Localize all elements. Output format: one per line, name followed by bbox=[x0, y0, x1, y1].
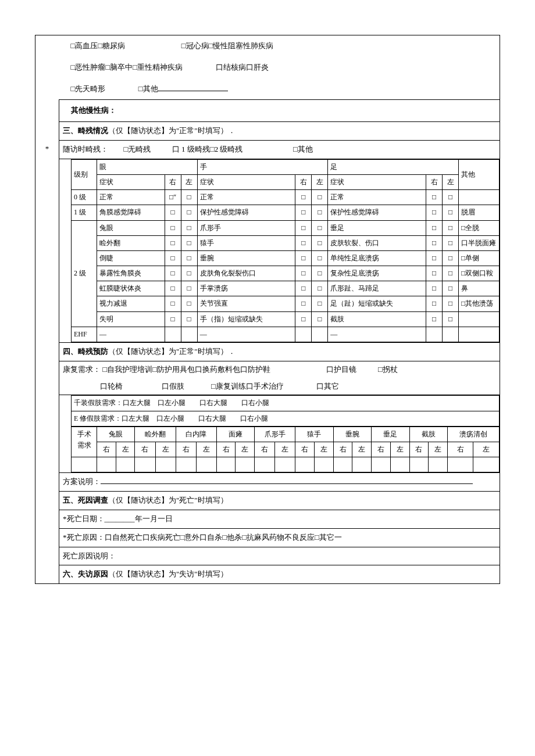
hand-l-cb[interactable]: □ bbox=[312, 281, 328, 296]
eye-r-cb[interactable]: □ bbox=[165, 311, 181, 327]
eye-l-cb[interactable]: □ bbox=[181, 205, 197, 220]
surg-l[interactable]: 左 bbox=[352, 442, 372, 457]
foot-l-cb[interactable]: □ bbox=[443, 266, 459, 281]
other-cell[interactable]: 鼻 bbox=[459, 281, 500, 296]
hand-l-cb[interactable]: □ bbox=[312, 220, 328, 235]
visit-none[interactable]: □无畸残 bbox=[124, 145, 151, 153]
hand-l-cb[interactable]: □ bbox=[312, 250, 328, 266]
surg-cell[interactable] bbox=[196, 457, 216, 472]
surg-cell[interactable] bbox=[333, 457, 352, 472]
surg-l[interactable]: 左 bbox=[155, 442, 176, 457]
surg-cell[interactable] bbox=[236, 457, 255, 472]
surg-cell[interactable] bbox=[116, 457, 135, 472]
surg-cell[interactable] bbox=[314, 457, 333, 472]
eye-r-cb[interactable]: □ bbox=[165, 296, 181, 311]
eye-r-cb[interactable]: □″ bbox=[165, 190, 181, 205]
foot-r-cb[interactable]: □ bbox=[426, 281, 443, 296]
eye-l-cb[interactable]: □ bbox=[181, 190, 197, 205]
surg-cell[interactable] bbox=[135, 457, 155, 472]
hand-r-cb[interactable]: □ bbox=[295, 205, 312, 220]
foot-r-cb[interactable]: □ bbox=[426, 190, 443, 205]
hand-r-cb[interactable]: □ bbox=[295, 220, 312, 235]
surg-cell[interactable] bbox=[390, 457, 409, 472]
foot-l-cb[interactable]: □ bbox=[443, 190, 459, 205]
foot-l-cb[interactable]: □ bbox=[443, 235, 459, 250]
hand-l-cb[interactable]: □ bbox=[312, 266, 328, 281]
surg-cell[interactable] bbox=[216, 457, 236, 472]
surg-l[interactable]: 左 bbox=[275, 442, 295, 457]
prosth-install[interactable]: 千装假肢需求：口左大腿 口左小腿 口右大腿 口右小腿 bbox=[72, 396, 500, 411]
surg-cell[interactable] bbox=[409, 457, 429, 472]
surg-r[interactable]: 右 bbox=[333, 442, 352, 457]
eye-l-cb[interactable]: □ bbox=[181, 311, 197, 327]
surg-l[interactable]: 左 bbox=[473, 442, 500, 457]
eye-r-cb[interactable]: □ bbox=[165, 220, 181, 235]
other-cell[interactable]: □单侧 bbox=[459, 250, 500, 266]
surg-r[interactable]: 右 bbox=[97, 442, 116, 457]
eye-l-cb[interactable]: □ bbox=[181, 266, 197, 281]
foot-r-cb[interactable]: □ bbox=[426, 311, 443, 327]
foot-l-cb[interactable]: □ bbox=[443, 205, 459, 220]
surg-cell[interactable] bbox=[448, 457, 473, 472]
surg-r[interactable]: 右 bbox=[135, 442, 155, 457]
eye-r-cb[interactable]: □ bbox=[165, 205, 181, 220]
hand-r-cb[interactable]: □ bbox=[295, 250, 312, 266]
foot-r-cb[interactable]: □ bbox=[426, 235, 443, 250]
eye-l-cb[interactable]: □ bbox=[181, 296, 197, 311]
surg-r[interactable]: 右 bbox=[176, 442, 196, 457]
surg-cell[interactable] bbox=[295, 457, 315, 472]
other-cell[interactable]: □全脱 bbox=[459, 220, 500, 235]
surg-cell[interactable] bbox=[429, 457, 448, 472]
surg-r[interactable]: 右 bbox=[295, 442, 315, 457]
visit-l1[interactable]: 口 1 级畸残□2 级畸残 bbox=[172, 145, 243, 153]
need-goggles[interactable]: 口护目镜 bbox=[326, 365, 356, 374]
other-cell[interactable]: □双侧口鞍 bbox=[459, 266, 500, 281]
eye-r-cb[interactable]: □ bbox=[165, 235, 181, 250]
other-cell[interactable] bbox=[459, 311, 500, 327]
need-crutch[interactable]: □拐杖 bbox=[378, 365, 398, 374]
foot-r-cb[interactable]: □ bbox=[426, 250, 443, 266]
surg-cell[interactable] bbox=[473, 457, 500, 472]
surg-l[interactable]: 左 bbox=[390, 442, 409, 457]
surg-r[interactable]: 右 bbox=[216, 442, 236, 457]
foot-l-cb[interactable]: □ bbox=[443, 311, 459, 327]
hand-r-cb[interactable]: □ bbox=[295, 311, 312, 327]
surg-l[interactable]: 左 bbox=[236, 442, 255, 457]
eye-l-cb[interactable]: □ bbox=[181, 250, 197, 266]
surg-cell[interactable] bbox=[352, 457, 372, 472]
hand-r-cb[interactable]: □ bbox=[295, 235, 312, 250]
need-wheelchair[interactable]: 口轮椅 bbox=[100, 382, 123, 390]
eye-l-cb[interactable]: □ bbox=[181, 235, 197, 250]
eye-l-cb[interactable]: □ bbox=[181, 281, 197, 296]
eye-r-cb[interactable]: □ bbox=[165, 266, 181, 281]
hand-r-cb[interactable]: □ bbox=[295, 281, 312, 296]
foot-r-cb[interactable]: □ bbox=[426, 220, 443, 235]
hand-l-cb[interactable]: □ bbox=[312, 205, 328, 220]
death-cause[interactable]: *死亡原因：口自然死亡口疾病死亡□意外口自杀□他杀□抗麻风药物不良反应□其它一 bbox=[59, 528, 500, 547]
surg-cell[interactable] bbox=[176, 457, 196, 472]
eye-r-cb[interactable]: □ bbox=[165, 281, 181, 296]
surg-r[interactable]: 右 bbox=[409, 442, 429, 457]
need-prosth[interactable]: 口假肢 bbox=[162, 382, 184, 390]
other-cell[interactable]: 口半脱面瘫 bbox=[459, 235, 500, 250]
surg-r[interactable]: 右 bbox=[448, 442, 473, 457]
hand-l-cb[interactable]: □ bbox=[312, 311, 328, 327]
hand-l-cb[interactable]: □ bbox=[312, 296, 328, 311]
foot-l-cb[interactable]: □ bbox=[443, 281, 459, 296]
foot-r-cb[interactable]: □ bbox=[426, 266, 443, 281]
eye-r-cb[interactable]: □ bbox=[165, 250, 181, 266]
eye-l-cb[interactable]: □ bbox=[181, 220, 197, 235]
need-other[interactable]: 口其它 bbox=[316, 382, 339, 390]
hand-r-cb[interactable]: □ bbox=[295, 266, 312, 281]
surg-cell[interactable] bbox=[275, 457, 295, 472]
surg-l[interactable]: 左 bbox=[196, 442, 216, 457]
foot-l-cb[interactable]: □ bbox=[443, 250, 459, 266]
hand-l-cb[interactable]: □ bbox=[312, 235, 328, 250]
death-date[interactable]: *死亡日期：________年一月一日 bbox=[59, 510, 500, 528]
surg-cell[interactable] bbox=[97, 457, 116, 472]
death-desc[interactable]: 死亡原因说明： bbox=[59, 547, 500, 565]
visit-other[interactable]: □其他 bbox=[293, 145, 313, 153]
need-rehab[interactable]: □康复训练口手术治疗 bbox=[211, 382, 284, 390]
hand-l-cb[interactable]: □ bbox=[312, 190, 328, 205]
foot-r-cb[interactable]: □ bbox=[426, 205, 443, 220]
